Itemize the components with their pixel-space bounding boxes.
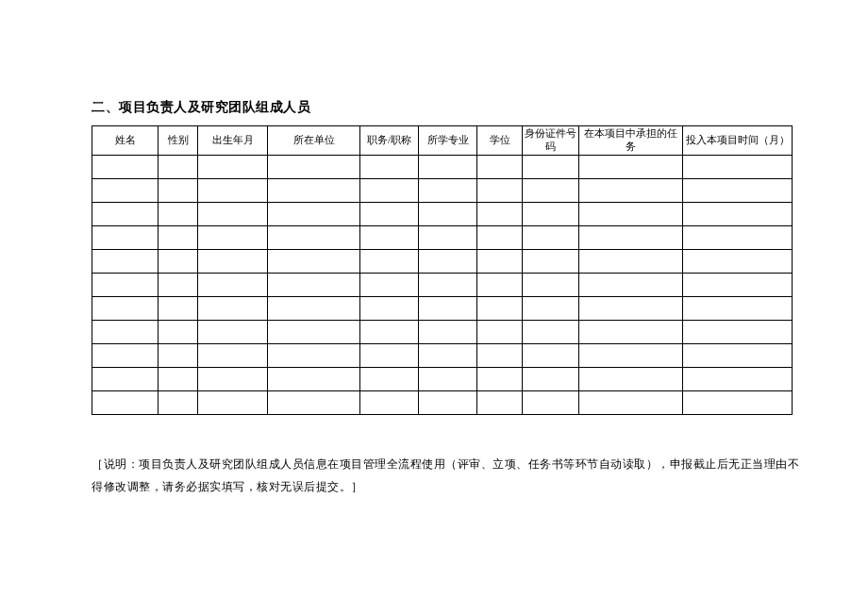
cell-sex[interactable] xyxy=(159,179,198,203)
cell-major[interactable] xyxy=(419,274,477,297)
cell-position[interactable] xyxy=(360,297,419,321)
cell-dob[interactable] xyxy=(198,156,268,179)
cell-name[interactable] xyxy=(92,203,159,226)
cell-dob[interactable] xyxy=(198,274,268,297)
cell-major[interactable] xyxy=(419,297,477,321)
cell-major[interactable] xyxy=(419,391,477,415)
cell-unit[interactable] xyxy=(268,226,360,250)
cell-time[interactable] xyxy=(683,203,793,226)
cell-dob[interactable] xyxy=(198,203,268,226)
cell-major[interactable] xyxy=(419,250,477,274)
cell-name[interactable] xyxy=(92,321,159,344)
cell-position[interactable] xyxy=(360,344,419,368)
cell-dob[interactable] xyxy=(198,368,268,391)
cell-unit[interactable] xyxy=(268,156,360,179)
cell-idno[interactable] xyxy=(523,368,579,391)
cell-dob[interactable] xyxy=(198,391,268,415)
cell-dob[interactable] xyxy=(198,179,268,203)
cell-unit[interactable] xyxy=(268,250,360,274)
cell-name[interactable] xyxy=(92,226,159,250)
cell-name[interactable] xyxy=(92,156,159,179)
cell-degree[interactable] xyxy=(477,368,523,391)
cell-name[interactable] xyxy=(92,179,159,203)
cell-sex[interactable] xyxy=(159,274,198,297)
cell-sex[interactable] xyxy=(159,250,198,274)
cell-position[interactable] xyxy=(360,391,419,415)
cell-dob[interactable] xyxy=(198,250,268,274)
cell-idno[interactable] xyxy=(523,344,579,368)
cell-position[interactable] xyxy=(360,179,419,203)
cell-unit[interactable] xyxy=(268,179,360,203)
cell-idno[interactable] xyxy=(523,391,579,415)
cell-major[interactable] xyxy=(419,321,477,344)
cell-role[interactable] xyxy=(579,274,683,297)
cell-time[interactable] xyxy=(683,179,793,203)
cell-position[interactable] xyxy=(360,226,419,250)
cell-role[interactable] xyxy=(579,179,683,203)
cell-role[interactable] xyxy=(579,344,683,368)
cell-dob[interactable] xyxy=(198,321,268,344)
cell-idno[interactable] xyxy=(523,226,579,250)
cell-time[interactable] xyxy=(683,226,793,250)
cell-role[interactable] xyxy=(579,226,683,250)
cell-role[interactable] xyxy=(579,250,683,274)
cell-idno[interactable] xyxy=(523,203,579,226)
cell-sex[interactable] xyxy=(159,156,198,179)
cell-sex[interactable] xyxy=(159,203,198,226)
cell-major[interactable] xyxy=(419,179,477,203)
cell-time[interactable] xyxy=(683,368,793,391)
cell-idno[interactable] xyxy=(523,250,579,274)
cell-unit[interactable] xyxy=(268,203,360,226)
cell-role[interactable] xyxy=(579,156,683,179)
cell-sex[interactable] xyxy=(159,297,198,321)
cell-time[interactable] xyxy=(683,250,793,274)
cell-unit[interactable] xyxy=(268,344,360,368)
cell-idno[interactable] xyxy=(523,156,579,179)
cell-sex[interactable] xyxy=(159,226,198,250)
cell-degree[interactable] xyxy=(477,344,523,368)
cell-degree[interactable] xyxy=(477,179,523,203)
cell-role[interactable] xyxy=(579,203,683,226)
cell-dob[interactable] xyxy=(198,297,268,321)
cell-degree[interactable] xyxy=(477,391,523,415)
cell-name[interactable] xyxy=(92,368,159,391)
cell-major[interactable] xyxy=(419,226,477,250)
cell-degree[interactable] xyxy=(477,297,523,321)
cell-position[interactable] xyxy=(360,250,419,274)
cell-name[interactable] xyxy=(92,274,159,297)
cell-unit[interactable] xyxy=(268,274,360,297)
cell-name[interactable] xyxy=(92,250,159,274)
cell-major[interactable] xyxy=(419,344,477,368)
cell-position[interactable] xyxy=(360,203,419,226)
cell-dob[interactable] xyxy=(198,226,268,250)
cell-degree[interactable] xyxy=(477,203,523,226)
cell-time[interactable] xyxy=(683,156,793,179)
cell-degree[interactable] xyxy=(477,226,523,250)
cell-degree[interactable] xyxy=(477,250,523,274)
cell-sex[interactable] xyxy=(159,344,198,368)
cell-name[interactable] xyxy=(92,391,159,415)
cell-role[interactable] xyxy=(579,297,683,321)
cell-unit[interactable] xyxy=(268,297,360,321)
cell-sex[interactable] xyxy=(159,391,198,415)
cell-sex[interactable] xyxy=(159,321,198,344)
cell-position[interactable] xyxy=(360,156,419,179)
cell-role[interactable] xyxy=(579,321,683,344)
cell-major[interactable] xyxy=(419,368,477,391)
cell-role[interactable] xyxy=(579,368,683,391)
cell-role[interactable] xyxy=(579,391,683,415)
cell-idno[interactable] xyxy=(523,179,579,203)
cell-idno[interactable] xyxy=(523,321,579,344)
cell-unit[interactable] xyxy=(268,321,360,344)
cell-unit[interactable] xyxy=(268,391,360,415)
cell-time[interactable] xyxy=(683,391,793,415)
cell-position[interactable] xyxy=(360,274,419,297)
cell-major[interactable] xyxy=(419,156,477,179)
cell-name[interactable] xyxy=(92,344,159,368)
cell-time[interactable] xyxy=(683,297,793,321)
cell-time[interactable] xyxy=(683,344,793,368)
cell-degree[interactable] xyxy=(477,156,523,179)
cell-idno[interactable] xyxy=(523,274,579,297)
cell-idno[interactable] xyxy=(523,297,579,321)
cell-name[interactable] xyxy=(92,297,159,321)
